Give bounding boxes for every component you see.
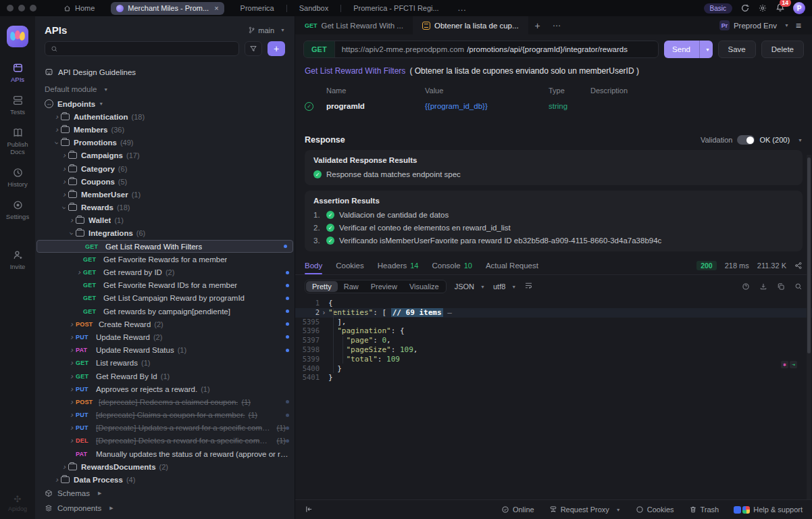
app-logo[interactable] — [7, 26, 28, 47]
scrollbar-thumb[interactable] — [807, 157, 811, 353]
module-selector[interactable]: Default module ▼ — [35, 81, 295, 97]
param-name[interactable]: programId — [326, 102, 425, 110]
delete-button[interactable]: Delete — [761, 41, 804, 58]
doc-tab[interactable]: GET Get List Reward With ... — [295, 16, 413, 34]
tree-folder[interactable]: ›Coupons(5) — [35, 175, 295, 188]
save-button[interactable]: Save — [718, 41, 756, 58]
environment-selector[interactable]: Pr Preprod Env ▼ ≡ — [711, 16, 812, 34]
tree-request-deprecated[interactable]: ›PUT[Deprecate] Updates a reward for a s… — [35, 422, 295, 435]
workspace-tab-active[interactable]: Merchant Miles - Prom... × — [111, 2, 224, 15]
api-design-guidelines[interactable]: API Design Guidelines — [35, 63, 295, 81]
settings-gear-icon[interactable] — [758, 3, 767, 13]
rail-item-publish-docs[interactable]: Publish Docs — [0, 122, 35, 162]
tree-folder[interactable]: ›Category(6) — [35, 162, 295, 175]
format-select[interactable]: JSON▼ — [455, 282, 485, 291]
workspace-tab[interactable]: Promerica — [230, 0, 285, 16]
workspace-tab[interactable]: Promerica - PFCTI Regi... — [342, 0, 450, 16]
help-support-button[interactable]: Help & support — [734, 505, 803, 514]
encoding-select[interactable]: utf8▼ — [493, 282, 516, 291]
tree-folder[interactable]: ›Campaigns(17) — [35, 149, 295, 162]
fold-collapsed-icon[interactable]: › — [320, 308, 328, 318]
tree-request[interactable]: ›PATManually updates the status of a rew… — [35, 447, 295, 460]
sidebar-item-schemas[interactable]: Schemas ▶ — [35, 484, 295, 503]
param-enabled-checkbox[interactable]: ✓ — [305, 102, 313, 111]
tree-folder[interactable]: ›Data Process(4) — [35, 473, 295, 484]
tree-folder[interactable]: ›RewardsDocuments(2) — [35, 460, 295, 473]
search-field[interactable] — [45, 41, 239, 56]
tree-request-deprecated[interactable]: ›POST[deprecate] Redeems a claimed coupo… — [35, 395, 295, 408]
sidebar-item-components[interactable]: Components ▶ — [35, 503, 295, 519]
view-raw[interactable]: Raw — [338, 281, 365, 292]
sync-icon[interactable] — [740, 3, 750, 13]
plan-badge[interactable]: Basic — [704, 3, 732, 14]
tree-request[interactable]: ›GETGet reward by ID(2) — [35, 266, 295, 278]
tree-request[interactable]: ›PUTApproves or rejects a reward.(1) — [35, 382, 295, 395]
tree-folder[interactable]: ›Members(36) — [35, 123, 295, 136]
tree-root-endpoints[interactable]: ↔ Endpoints ▼ — [35, 97, 295, 110]
online-status[interactable]: Online — [501, 505, 534, 514]
tree-request[interactable]: ›PUTUpdate Reward(2) — [35, 330, 295, 343]
tree-folder[interactable]: ›Authentication(18) — [35, 110, 295, 123]
url-field[interactable]: GET https://apiv2-mme.preprodppm.com /pr… — [303, 41, 659, 58]
search-icon[interactable] — [794, 282, 803, 291]
view-visualize[interactable]: Visualize — [403, 281, 445, 292]
param-row[interactable]: ✓ programId {{program_id_db}} string — [305, 97, 803, 115]
tree-request[interactable]: ›GETGet List Campaign Reward by programI… — [35, 292, 295, 305]
tree-folder[interactable]: ›Wallet(1) — [35, 214, 295, 227]
tab-body[interactable]: Body — [305, 257, 322, 274]
tree-request-deprecated[interactable]: ›DEL[Deprecate] Deletes a reward for a s… — [35, 435, 295, 447]
add-endpoint-button[interactable]: + — [268, 41, 285, 56]
word-wrap-icon[interactable] — [524, 281, 533, 292]
rail-item-invite[interactable]: Invite — [0, 244, 35, 276]
method-selector[interactable]: GET — [304, 41, 335, 57]
validation-toggle[interactable] — [737, 135, 755, 145]
url-path[interactable]: /promotions/api/{programId}/integrator/r… — [467, 45, 628, 53]
main-scrollbar[interactable] — [807, 155, 811, 499]
tree-folder[interactable]: ›Promotions(49) — [35, 137, 295, 149]
param-value[interactable]: {{program_id_db}} — [425, 102, 549, 110]
tree-request[interactable]: ›PATUpdate Reward Status(1) — [35, 344, 295, 357]
workspace-tab[interactable]: Sandbox — [288, 0, 339, 16]
branch-selector[interactable]: main ▼ — [248, 26, 285, 34]
request-proxy-menu[interactable]: Request Proxy ▼ — [549, 505, 621, 514]
tab-console[interactable]: Console10 — [432, 257, 472, 274]
tab-headers[interactable]: Headers14 — [378, 257, 419, 274]
menu-icon[interactable]: ≡ — [793, 20, 804, 31]
endpoint-name-link[interactable]: Get List Reward With Filters — [305, 66, 405, 76]
new-tab-button[interactable]: + — [528, 16, 547, 34]
collapse-sidebar-button[interactable] — [305, 505, 313, 515]
tab-cookies[interactable]: Cookies — [336, 257, 364, 274]
tree-request-deprecated[interactable]: ›PUT[deprecate] Claims a coupon for a me… — [35, 409, 295, 422]
window-controls[interactable] — [7, 5, 36, 11]
home-tab[interactable]: Home — [53, 0, 105, 16]
download-icon[interactable] — [759, 282, 767, 291]
rail-item-settings[interactable]: Settings — [0, 194, 35, 226]
minimize-window-button[interactable] — [18, 5, 25, 11]
send-button[interactable]: Send — [664, 41, 699, 58]
tree-folder[interactable]: ›Rewards(18) — [35, 201, 295, 214]
zoom-window-button[interactable] — [30, 5, 36, 11]
cookies-button[interactable]: Cookies — [636, 505, 674, 514]
tree-request[interactable]: ›POSTCreate Reward(2) — [35, 318, 295, 330]
tab-actual-request[interactable]: Actual Request — [486, 257, 538, 274]
close-tab-icon[interactable]: × — [214, 4, 218, 12]
rail-item-apis[interactable]: APIs — [0, 57, 35, 89]
doc-tab-active[interactable]: Obtener la lista de cup... — [413, 16, 528, 34]
close-window-button[interactable] — [7, 5, 14, 11]
search-input[interactable] — [62, 45, 233, 53]
tab-overflow-button[interactable]: ⋯ — [547, 16, 567, 34]
rail-item-tests[interactable]: Tests — [0, 89, 35, 122]
copy-icon[interactable] — [777, 282, 785, 291]
share-icon[interactable] — [794, 262, 803, 270]
view-pretty[interactable]: Pretty — [306, 281, 338, 292]
filter-button[interactable] — [245, 41, 262, 56]
notifications-button[interactable]: 14 — [776, 3, 785, 14]
view-preview[interactable]: Preview — [365, 281, 403, 292]
tree-request[interactable]: ›GETGet Favorite Reward IDs for a member — [35, 279, 295, 292]
avatar[interactable]: P — [793, 2, 805, 14]
help-circle-icon[interactable] — [742, 282, 750, 291]
tree-request[interactable]: ›GETGet Reward By Id(1) — [35, 370, 295, 382]
tree-request[interactable]: ›GETGet Favorite Rewards for a member — [35, 253, 295, 266]
param-type[interactable]: string — [549, 102, 590, 110]
tree-folder[interactable]: ›Integrations(6) — [35, 227, 295, 240]
